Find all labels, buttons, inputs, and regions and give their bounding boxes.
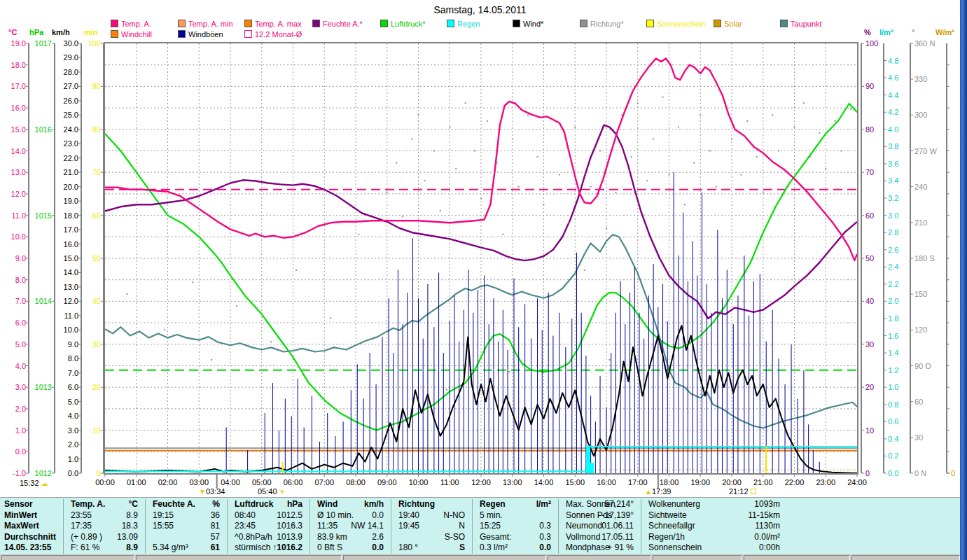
table-cell: S-SO [398, 532, 465, 542]
y-tick-l-m-2.2: 2.2 [888, 280, 898, 288]
table-cell: Durchschnitt [4, 532, 63, 542]
table-cell: 57,214° [566, 499, 634, 510]
x-tick-23:00: 23:00 [816, 478, 835, 486]
y-tick-w-m-0: 0 [951, 469, 955, 477]
y-tick-km-h-5.0: 5.0 [68, 398, 78, 406]
y-tick-l-m-1.4: 1.4 [888, 349, 898, 357]
y-tick-l-m-3.0: 3.0 [888, 211, 898, 220]
footer-left-time-label: 15:32 [20, 479, 39, 487]
y-tick-min-60: 60 [92, 211, 101, 220]
y-tick-min-0: 0 [97, 469, 101, 477]
y-tick--80: 80 [865, 125, 874, 134]
y-tick-km-h-8.0: 8.0 [68, 354, 78, 363]
y-tick-l-m-1.2: 1.2 [888, 366, 898, 374]
x-tick-13:00: 13:00 [503, 478, 522, 486]
y-axis-km-h: 0.01.02.03.04.05.06.07.08.09.010.011.012… [64, 39, 81, 477]
y-tick-km-h-25.0: 25.0 [64, 111, 78, 119]
y-tick--90 O: 90 O [914, 362, 931, 370]
footer-left-time: 15:32 ☁ [20, 479, 48, 487]
y-tick-c-12.0: 12.0 [11, 190, 26, 198]
stats-table: SensorMinWertMaxWertDurchschnitt14.05. 2… [0, 497, 960, 556]
table-cell: ↑1016.2 [235, 542, 302, 553]
y-tick-l-m-2.6: 2.6 [888, 246, 898, 254]
y-tick-km-h-10.0: 10.0 [64, 326, 78, 334]
y-tick-c-9.0: 9.0 [15, 254, 26, 262]
x-tick-01:00: 01:00 [127, 478, 146, 486]
x-tick-07:00: 07:00 [314, 478, 334, 486]
table-cell: 81 [153, 521, 220, 531]
table-column-separator [145, 499, 146, 554]
table-cell: 1093m [648, 499, 780, 510]
y-tick-km-h-0.0: 0.0 [68, 469, 78, 477]
table-cell: 0.0 [317, 542, 384, 553]
x-tick-09:00: 09:00 [377, 478, 397, 486]
y-tick-c-19.0: 19.0 [11, 39, 26, 48]
y-tick-km-h-7.0: 7.0 [68, 369, 78, 377]
table-cell [398, 499, 465, 510]
status-bar-panel-6 [744, 555, 850, 560]
status-bar-panel-1 [1, 555, 134, 560]
y-tick-l-m-0.4: 0.4 [888, 435, 898, 443]
y-tick-km-h-15.0: 15.0 [64, 254, 78, 262]
table-cell: N [398, 521, 465, 531]
y-tick-l-m-4.6: 4.6 [888, 74, 898, 82]
table-column-separator [391, 499, 391, 554]
y-tick-min-70: 70 [92, 168, 101, 176]
marker-time: 03:34 [206, 487, 225, 496]
table-cell: NW 14.1 [317, 521, 384, 531]
y-tick-km-h-2.0: 2.0 [68, 440, 78, 449]
y-tick--90: 90 [865, 82, 874, 90]
table-cell: 1016.3 [235, 521, 302, 531]
y-tick-c-4.0: 4.0 [15, 362, 26, 370]
table-cell: N-NO [398, 510, 465, 521]
table-column-separator [558, 499, 559, 554]
plot-area[interactable] [105, 43, 857, 473]
x-tick-04:00: 04:00 [221, 478, 240, 486]
y-tick--150: 150 [914, 290, 927, 298]
status-bar-panel-2 [136, 555, 342, 560]
y-tick-km-h-1.0: 1.0 [68, 455, 78, 463]
y-tick-km-h-18.0: 18.0 [64, 211, 78, 220]
y-tick-km-h-22.0: 22.0 [64, 154, 78, 162]
table-cell: 0:00h [648, 542, 780, 553]
y-axis-w-m: 0 [947, 43, 955, 477]
status-bar [0, 554, 960, 560]
x-tick-15:00: 15:00 [565, 478, 585, 486]
status-bar-panel-3 [343, 555, 546, 560]
y-tick-c-7.0: 7.0 [15, 297, 26, 305]
y-tick-l-m-3.4: 3.4 [888, 176, 898, 185]
y-tick-min-90: 90 [92, 82, 101, 90]
y-tick-l-m-1.8: 1.8 [888, 314, 898, 323]
weather-chart: -1.00.01.02.03.04.05.06.07.08.09.010.011… [0, 0, 967, 497]
y-tick-km-h-28.0: 28.0 [64, 68, 78, 76]
y-tick-l-m-3.2: 3.2 [888, 194, 898, 202]
marker-sunrise: 05:40 ☀ [258, 487, 286, 496]
y-tick-c-3.0: 3.0 [15, 383, 26, 391]
y-tick--210: 210 [914, 218, 927, 227]
table-cell: 0.0 [317, 510, 384, 521]
y-tick-km-h-20.0: 20.0 [64, 183, 78, 191]
y-tick--30: 30 [914, 433, 923, 442]
table-cell: 0.3 [480, 521, 551, 531]
marker-moon-rise: ▲17:39 [645, 487, 671, 496]
table-cell: Sensor [4, 499, 63, 510]
y-tick-km-h-24.0: 24.0 [64, 125, 78, 134]
x-tick-20:00: 20:00 [722, 478, 742, 486]
y-tick--330: 330 [914, 75, 927, 83]
y-tick--30: 30 [865, 340, 874, 349]
y-axis-hpa: 101210131014101510161017 [35, 39, 55, 477]
y-tick-c-5.0: 5.0 [15, 340, 26, 349]
x-tick-19:00: 19:00 [690, 478, 710, 486]
y-tick-min-10: 10 [92, 426, 101, 435]
marker-time: 21:12 [729, 487, 749, 496]
y-tick-l-m-1.6: 1.6 [888, 332, 898, 340]
table-cell: 8.9 [71, 542, 138, 553]
x-tick-06:00: 06:00 [284, 478, 303, 486]
x-tick-02:00: 02:00 [158, 478, 178, 486]
window-border-right [960, 0, 967, 560]
moon-set-icon: ▼ [199, 488, 206, 496]
y-tick-min-100: 100 [88, 39, 101, 48]
table-cell: 57 [153, 532, 220, 542]
y-tick-km-h-11.0: 11.0 [64, 312, 78, 320]
marker-time: 05:40 [258, 487, 277, 496]
